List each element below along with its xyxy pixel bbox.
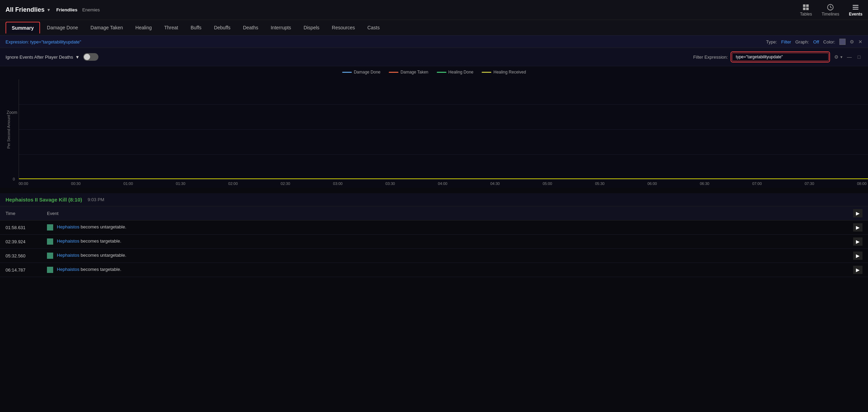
legend-damage-done: Damage Done xyxy=(342,70,380,75)
tab-dispels[interactable]: Dispels xyxy=(298,22,325,33)
expression-label: Expression: xyxy=(6,39,29,45)
row-2-event: Hephaistos becomes untargetable. xyxy=(41,249,847,263)
filter-bar: Ignore Events After Player Deaths ▼ Filt… xyxy=(0,48,868,66)
row-3-action: ▶ xyxy=(847,263,868,277)
svg-rect-8 xyxy=(853,7,859,8)
row-0-color-indicator xyxy=(47,224,53,230)
filter-expression-input[interactable] xyxy=(732,53,829,61)
x-label-12: 06:00 xyxy=(647,182,657,186)
timelines-label: Timelines xyxy=(822,12,839,17)
sub-tab-enemies[interactable]: Enemies xyxy=(82,7,100,12)
col-event: Event xyxy=(41,206,847,220)
zero-line xyxy=(19,178,868,179)
row-2-expand-button[interactable]: ▶ xyxy=(853,252,862,260)
tab-damage-taken[interactable]: Damage Taken xyxy=(85,22,128,33)
row-3-expand-button[interactable]: ▶ xyxy=(853,266,862,274)
x-label-15: 07:30 xyxy=(804,182,814,186)
x-label-2: 01:00 xyxy=(124,182,133,186)
tab-healing[interactable]: Healing xyxy=(130,22,157,33)
filter-toggle[interactable] xyxy=(83,53,98,61)
legend-healing-received-line xyxy=(482,72,491,73)
nav-events[interactable]: Events xyxy=(849,3,862,17)
filter-left: Ignore Events After Player Deaths ▼ xyxy=(6,53,98,61)
x-label-9: 04:30 xyxy=(490,182,500,186)
tab-interrupts[interactable]: Interrupts xyxy=(265,22,297,33)
row-0-event: Hephaistos becomes untargetable. xyxy=(41,220,847,235)
tab-buffs[interactable]: Buffs xyxy=(185,22,207,33)
tab-threat[interactable]: Threat xyxy=(159,22,184,33)
legend-healing-done: Healing Done xyxy=(437,70,474,75)
row-3-color-indicator xyxy=(47,267,53,273)
tab-casts[interactable]: Casts xyxy=(362,22,385,33)
filter-expand-icon[interactable]: □ xyxy=(856,54,862,60)
tab-summary[interactable]: Summary xyxy=(6,22,40,33)
chart-area: Zoom Per Second Amount 0 xyxy=(0,76,868,179)
tab-resources[interactable]: Resources xyxy=(326,22,360,33)
row-1-entity[interactable]: Hephaistos xyxy=(57,238,79,244)
row-1-event-text: becomes targetable. xyxy=(81,238,122,244)
filter-minus-icon[interactable]: — xyxy=(846,54,853,60)
filter-input-wrapper xyxy=(731,51,830,62)
row-1-expand-button[interactable]: ▶ xyxy=(853,237,862,246)
row-0-event-text: becomes untargetable. xyxy=(81,224,126,229)
events-header: Hephaistos II Savage Kill (8:10) 9:03 PM xyxy=(0,193,868,206)
row-0-time: 01:58.631 xyxy=(0,220,41,235)
tables-label: Tables xyxy=(800,12,812,17)
row-2-entity[interactable]: Hephaistos xyxy=(57,253,79,258)
expand-all-button[interactable]: ▶ xyxy=(853,209,862,217)
table-row: 01:58.631 Hephaistos becomes untargetabl… xyxy=(0,220,868,235)
top-bar-right: Tables Timelines Events xyxy=(800,3,862,17)
sub-tab-friendlies[interactable]: Friendlies xyxy=(56,7,77,12)
table-row: 02:39.924 Hephaistos becomes targetable.… xyxy=(0,235,868,249)
row-2-action: ▶ xyxy=(847,249,868,263)
row-3-event-text: becomes targetable. xyxy=(81,267,122,272)
events-label: Events xyxy=(849,12,862,17)
row-3-entity[interactable]: Hephaistos xyxy=(57,267,79,272)
ignore-events-dropdown[interactable]: Ignore Events After Player Deaths ▼ xyxy=(6,55,80,60)
expression-gear-icon[interactable]: ⚙ xyxy=(850,39,854,45)
row-1-color-indicator xyxy=(47,238,53,245)
row-3-event: Hephaistos becomes targetable. xyxy=(41,263,847,277)
x-label-6: 03:00 xyxy=(333,182,343,186)
x-label-4: 02:00 xyxy=(228,182,238,186)
group-selector[interactable]: All Friendlies ▼ xyxy=(6,6,51,13)
row-3-time: 06:14.787 xyxy=(0,263,41,277)
tab-deaths[interactable]: Deaths xyxy=(238,22,264,33)
filter-gear-dropdown[interactable]: ⚙ ▼ xyxy=(833,54,843,60)
filter-right: Filter Expression: ⚙ ▼ — □ xyxy=(693,51,862,62)
svg-rect-3 xyxy=(806,7,809,10)
graph-value[interactable]: Off xyxy=(813,39,819,45)
expression-close-icon[interactable]: ✕ xyxy=(858,39,862,45)
nav-tables[interactable]: Tables xyxy=(800,3,812,17)
row-0-expand-button[interactable]: ▶ xyxy=(853,223,862,232)
svg-rect-7 xyxy=(853,5,859,6)
x-label-14: 07:00 xyxy=(752,182,762,186)
chart-inner[interactable]: 0 xyxy=(19,79,868,179)
events-section: Hephaistos II Savage Kill (8:10) 9:03 PM… xyxy=(0,193,868,277)
legend-damage-done-label: Damage Done xyxy=(354,70,380,75)
nav-timelines[interactable]: Timelines xyxy=(822,3,839,17)
x-label-3: 01:30 xyxy=(176,182,185,186)
legend-healing-received-label: Healing Received xyxy=(493,70,526,75)
type-value[interactable]: Filter xyxy=(781,39,791,45)
type-label: Type: xyxy=(766,39,777,45)
color-picker[interactable] xyxy=(839,39,846,45)
table-row: 05:32.560 Hephaistos becomes untargetabl… xyxy=(0,249,868,263)
col-time: Time xyxy=(0,206,41,220)
list-icon xyxy=(852,3,859,11)
tab-damage-done[interactable]: Damage Done xyxy=(41,22,84,33)
x-label-10: 05:00 xyxy=(543,182,552,186)
group-label: All Friendlies xyxy=(6,6,45,13)
tab-debuffs[interactable]: Debuffs xyxy=(209,22,236,33)
filter-expression-label: Filter Expression: xyxy=(693,55,728,60)
row-0-action: ▶ xyxy=(847,220,868,235)
group-arrow: ▼ xyxy=(47,8,51,12)
svg-rect-2 xyxy=(803,7,806,10)
filter-gear-icon[interactable]: ⚙ xyxy=(833,54,840,60)
row-0-entity[interactable]: Hephaistos xyxy=(57,224,79,229)
svg-line-6 xyxy=(830,7,832,8)
grid-line-3 xyxy=(19,154,868,155)
svg-rect-9 xyxy=(853,9,859,9)
legend-damage-taken-label: Damage Taken xyxy=(401,70,428,75)
table-row: 06:14.787 Hephaistos becomes targetable.… xyxy=(0,263,868,277)
